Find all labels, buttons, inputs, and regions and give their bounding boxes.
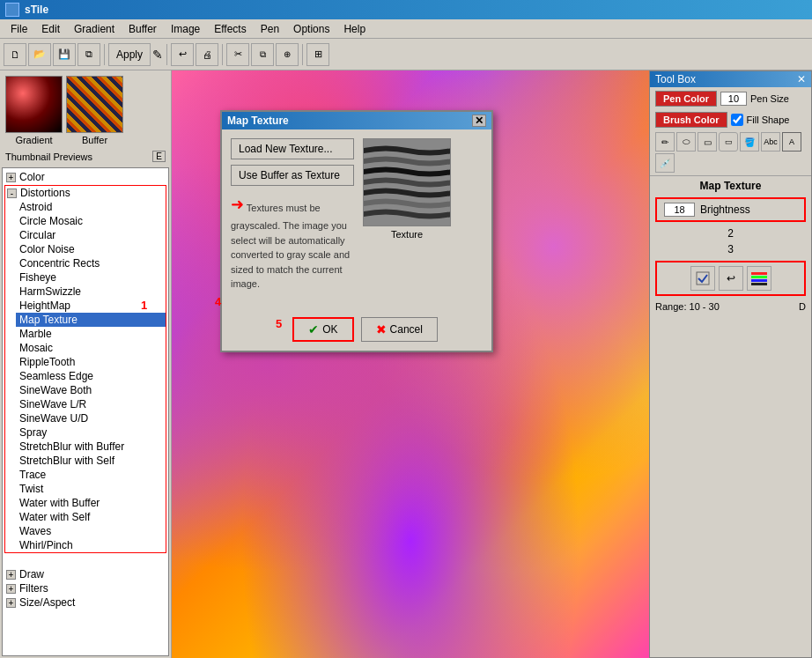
fill-shape-label: Fill Shape (747, 115, 790, 125)
tree-leaf-stretchblur-buffer[interactable]: StretchBlur with Buffer (16, 440, 166, 454)
dialog-close-button[interactable]: ✕ (472, 115, 486, 127)
tree-group-filters[interactable]: + Filters (4, 581, 166, 595)
ok-check-icon: ✔ (308, 322, 319, 336)
tree-leaf-circular[interactable]: Circular (16, 228, 166, 242)
text-abc-tool[interactable]: Abc (761, 132, 780, 152)
tree-group-draw[interactable]: + Draw (4, 567, 166, 581)
tree-leaf-sinewave-lr[interactable]: SineWave L/R (16, 397, 166, 411)
toolbar-copy[interactable]: ⧉ (78, 43, 100, 66)
annotation-4: 4 (215, 295, 338, 308)
map-texture-dialog: Map Texture ✕ Load New Texture... Use Bu… (220, 110, 493, 352)
color-bars-button[interactable] (747, 266, 771, 291)
tree-leaf-marble[interactable]: Marble (16, 327, 166, 341)
color-bar-black (751, 283, 767, 285)
tree-leaf-concentric-rects[interactable]: Concentric Rects (16, 256, 166, 270)
pen-color-button[interactable]: Pen Color (655, 91, 717, 107)
tree-leaf-sinewave-ud[interactable]: SineWave U/D (16, 411, 166, 425)
toolbar-open[interactable]: 📂 (28, 43, 51, 66)
cancel-x-icon: ✖ (376, 322, 387, 336)
toolbar-save[interactable]: 💾 (53, 43, 76, 66)
canvas-area[interactable]: Map Texture ✕ Load New Texture... Use Bu… (172, 70, 649, 658)
brightness-label: Brightness (700, 203, 750, 216)
tool-box-close-button[interactable]: ✕ (797, 73, 806, 85)
tree-leaf-seamless-edge[interactable]: Seamless Edge (16, 369, 166, 383)
tool-box: Tool Box ✕ Pen Color Pen Size Brush Colo… (649, 70, 812, 658)
brightness-input[interactable] (664, 203, 695, 217)
tree-leaf-astroid[interactable]: Astroid (16, 200, 166, 214)
menu-image[interactable]: Image (164, 21, 207, 37)
tree-leaf-fisheye[interactable]: Fisheye (16, 270, 166, 285)
gradient-thumbnail[interactable] (5, 76, 63, 133)
undo-button[interactable]: ↩ (719, 266, 743, 291)
tree-group-distortions[interactable]: - Distortions (5, 186, 166, 200)
tree-group-size-aspect[interactable]: + Size/Aspect (4, 595, 166, 610)
tree-leaf-harmswizzle[interactable]: HarmSwizzle (16, 285, 166, 299)
pen-size-input[interactable] (720, 92, 747, 106)
menu-file[interactable]: File (4, 21, 34, 37)
rect-tool[interactable]: ▭ (698, 132, 717, 152)
tree-leaf-water-buffer[interactable]: Water with Buffer (16, 496, 166, 510)
load-new-texture-button[interactable]: Load New Texture... (231, 138, 354, 159)
tree-leaf-sinewave-both[interactable]: SineWave Both (16, 383, 166, 397)
dialog-title: Map Texture (227, 115, 289, 127)
apply-icon[interactable]: ✎ (152, 48, 163, 62)
tree-leaf-stretchblur-self[interactable]: StretchBlur with Self (16, 454, 166, 468)
text-outline-tool[interactable]: A (782, 132, 801, 152)
tree-leaf-circle-mosaic[interactable]: Circle Mosaic (16, 214, 166, 228)
annotation-3-label: 3 (650, 241, 811, 257)
apply-button[interactable]: Apply (108, 43, 151, 66)
menu-buffer[interactable]: Buffer (122, 21, 164, 37)
tree-leaf-waves[interactable]: Waves (16, 524, 166, 538)
ok-button[interactable]: ✔ OK (292, 317, 353, 342)
tree-leaf-twist[interactable]: Twist (16, 482, 166, 496)
draw-expand-icon[interactable]: + (6, 570, 16, 580)
toolbar-copy2[interactable]: ⧉ (251, 43, 274, 66)
eyedropper-tool[interactable]: 💉 (655, 153, 675, 173)
toolbar-paste[interactable]: ⊕ (276, 43, 299, 66)
filters-expand-icon[interactable]: + (6, 584, 16, 594)
tree-leaf-mosaic[interactable]: Mosaic (16, 341, 166, 355)
fill-tool[interactable]: 🪣 (740, 132, 759, 152)
menu-edit[interactable]: Edit (34, 21, 67, 37)
tree-leaf-water-self[interactable]: Water with Self (16, 510, 166, 524)
size-aspect-expand-icon[interactable]: + (6, 598, 16, 608)
toolbar-new[interactable]: 🗋 (4, 43, 26, 66)
oval-tool[interactable]: ⬭ (676, 132, 696, 152)
menu-effects[interactable]: Effects (207, 21, 253, 37)
range-row: Range: 10 - 30 D (650, 299, 811, 314)
brightness-row: Brightness (655, 197, 806, 222)
toolbar-undo[interactable]: ↩ (171, 43, 194, 66)
cancel-button[interactable]: ✖ Cancel (361, 317, 438, 342)
brush-color-button[interactable]: Brush Color (655, 112, 727, 128)
fill-shape-checkbox[interactable] (731, 114, 743, 126)
draw-label: Draw (19, 568, 44, 580)
pencil-tool[interactable]: ✏ (655, 132, 675, 152)
buffer-thumbnail[interactable] (66, 76, 123, 133)
apply-effect-button[interactable] (690, 266, 715, 291)
cancel-label: Cancel (390, 323, 423, 336)
e-badge[interactable]: E (152, 151, 166, 162)
color-expand-icon[interactable]: + (6, 173, 16, 182)
color-bars-icon (751, 272, 767, 285)
toolbar-cut[interactable]: ✂ (226, 43, 249, 66)
rounded-rect-tool[interactable]: ▭ (719, 132, 738, 152)
tree-leaf-spray[interactable]: Spray (16, 425, 166, 440)
tree-leaf-color-noise[interactable]: Color Noise (16, 242, 166, 256)
brush-color-row: Brush Color Fill Shape (650, 110, 811, 129)
tree-leaf-heightmap[interactable]: HeightMap (16, 299, 166, 313)
tree-leaf-map-texture[interactable]: Map Texture (16, 313, 166, 327)
menu-pen[interactable]: Pen (254, 21, 286, 37)
tree-leaf-trace[interactable]: Trace (16, 468, 166, 482)
tree-group-color[interactable]: + Color (4, 170, 166, 184)
menu-help[interactable]: Help (336, 21, 373, 37)
menu-options[interactable]: Options (286, 21, 336, 37)
color-bar-blue (751, 279, 767, 282)
menu-gradient[interactable]: Gradient (67, 21, 122, 37)
tree-leaf-whirl-pinch[interactable]: Whirl/Pinch (16, 538, 166, 552)
tree-leaf-rippletooth[interactable]: RippleTooth (16, 355, 166, 369)
distortions-expand-icon[interactable]: - (7, 189, 17, 198)
toolbar-grid[interactable]: ⊞ (306, 43, 329, 66)
use-buffer-as-texture-button[interactable]: Use Buffer as Texture (231, 165, 354, 186)
distortions-section: - Distortions Astroid Circle Mosaic Circ… (4, 185, 166, 553)
toolbar-print[interactable]: 🖨 (196, 43, 218, 66)
